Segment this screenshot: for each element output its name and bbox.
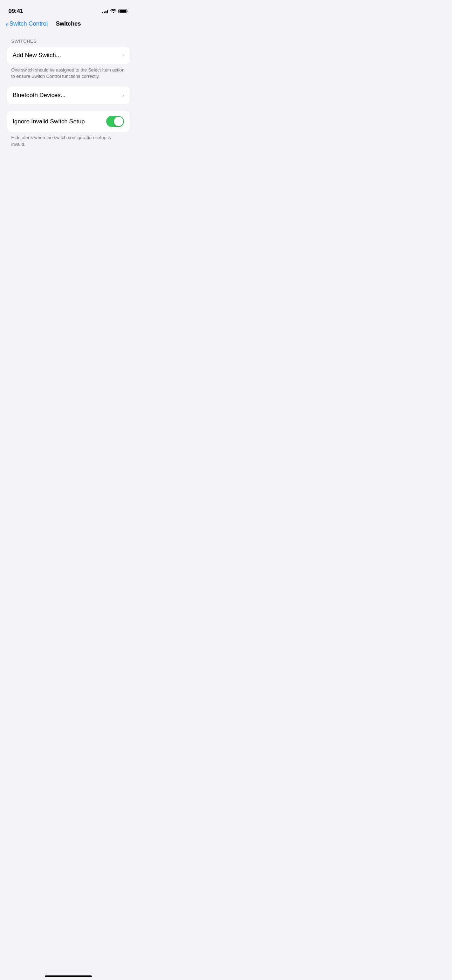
back-button[interactable]: ‹ Switch Control — [6, 20, 48, 27]
chevron-left-icon: ‹ — [6, 20, 8, 27]
ignore-card: Ignore Invalid Switch Setup — [7, 111, 130, 132]
nav-bar: ‹ Switch Control Switches — [0, 18, 137, 32]
chevron-right-icon: › — [122, 52, 124, 59]
signal-bar-4 — [107, 10, 108, 13]
switches-section-header: SWITCHES — [0, 38, 137, 47]
bluetooth-devices-row[interactable]: Bluetooth Devices... › — [7, 87, 130, 104]
wifi-icon — [110, 8, 116, 14]
ignore-invalid-toggle[interactable] — [106, 116, 124, 127]
chevron-right-icon-2: › — [122, 92, 124, 99]
status-icons — [102, 8, 128, 14]
signal-bar-2 — [104, 11, 105, 13]
signal-bar-1 — [102, 12, 103, 13]
signal-bar-3 — [105, 11, 107, 13]
back-label: Switch Control — [10, 20, 48, 27]
switches-card: Add New Switch... › — [7, 47, 130, 64]
status-bar: 09:41 — [0, 0, 137, 18]
bluetooth-card: Bluetooth Devices... › — [7, 87, 130, 104]
content-area: SWITCHES Add New Switch... › One switch … — [0, 32, 137, 162]
signal-icon — [102, 9, 108, 13]
ignore-footer: Hide alerts when the switch configuratio… — [0, 132, 137, 154]
switches-footer: One switch should be assigned to the Sel… — [0, 64, 137, 87]
toggle-knob — [114, 117, 123, 126]
bluetooth-devices-label: Bluetooth Devices... — [13, 92, 65, 99]
ignore-invalid-row: Ignore Invalid Switch Setup — [7, 111, 130, 132]
page-title: Switches — [56, 20, 81, 27]
battery-icon — [118, 9, 128, 13]
status-time: 09:41 — [8, 8, 23, 15]
add-new-switch-row[interactable]: Add New Switch... › — [7, 47, 130, 64]
add-new-switch-label: Add New Switch... — [13, 52, 61, 59]
ignore-invalid-label: Ignore Invalid Switch Setup — [13, 118, 85, 125]
